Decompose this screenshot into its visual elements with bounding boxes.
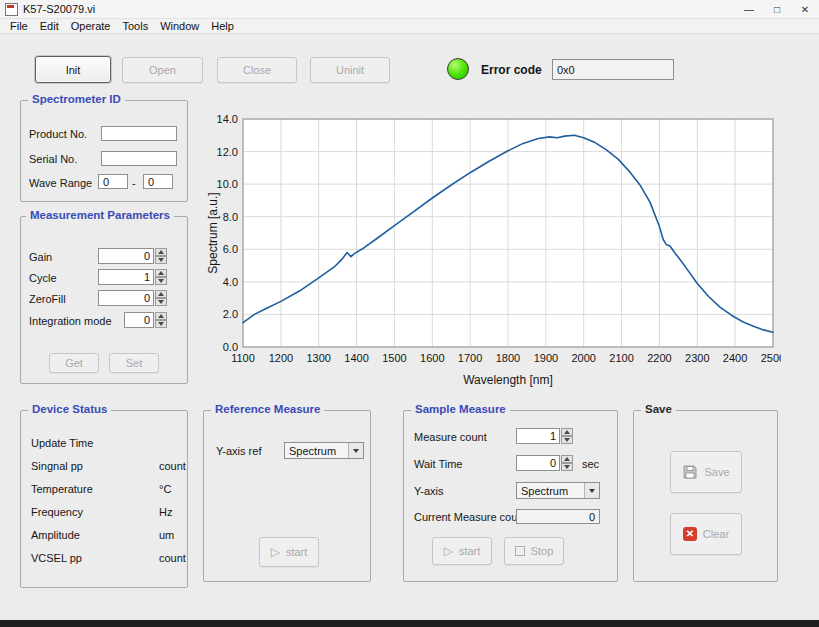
signal-pp-unit: count [159, 460, 186, 472]
set-button[interactable]: Set [109, 353, 159, 373]
gain-spinner: 0 [98, 248, 167, 264]
measure-count-label: Measure count [414, 431, 487, 443]
svg-text:1700: 1700 [458, 352, 482, 364]
increment-icon[interactable] [155, 269, 167, 277]
decrement-icon[interactable] [155, 320, 167, 328]
save-button[interactable]: Save [670, 451, 742, 493]
signal-pp-label: Singnal pp [31, 460, 83, 472]
decrement-icon[interactable] [155, 256, 167, 264]
menu-operate[interactable]: Operate [65, 20, 117, 32]
spectrometer-id-title: Spectrometer ID [28, 93, 125, 105]
wave-range-max-field[interactable]: 0 [143, 174, 173, 189]
svg-text:2000: 2000 [571, 352, 595, 364]
spinner-arrows [561, 428, 573, 444]
cycle-value[interactable]: 1 [98, 269, 154, 285]
play-icon: ▷ [444, 544, 453, 558]
svg-text:2.0: 2.0 [223, 308, 238, 320]
product-no-field[interactable] [101, 126, 177, 141]
svg-text:2100: 2100 [609, 352, 633, 364]
wait-time-label: Wait Time [414, 458, 463, 470]
wave-range-min-field[interactable]: 0 [98, 174, 128, 189]
reference-start-button[interactable]: ▷ start [259, 537, 319, 567]
spectrum-chart: 1100120013001400150016001700180019002000… [205, 103, 781, 391]
svg-text:Spectrum [a.u.]: Spectrum [a.u.] [206, 192, 220, 273]
spinner-arrows [155, 290, 167, 306]
init-button[interactable]: Init [35, 56, 111, 83]
spinner-arrows [155, 269, 167, 285]
wave-range-separator: - [132, 177, 136, 189]
gain-value[interactable]: 0 [98, 248, 154, 264]
minimize-icon[interactable]: — [735, 0, 763, 18]
error-code-field[interactable]: 0x0 [552, 59, 674, 80]
sample-start-button[interactable]: ▷ start [432, 537, 492, 565]
current-measure-count-field: 0 [516, 509, 600, 524]
svg-text:0.0: 0.0 [223, 341, 238, 353]
temperature-unit: °C [159, 483, 171, 495]
svg-text:2300: 2300 [685, 352, 709, 364]
menu-tools[interactable]: Tools [116, 20, 154, 32]
increment-icon[interactable] [155, 248, 167, 256]
clear-button[interactable]: ✕ Clear [670, 513, 742, 555]
menu-bar: File Edit Operate Tools Window Help [0, 19, 819, 34]
menu-window[interactable]: Window [154, 20, 205, 32]
sample-yaxis-dropdown[interactable]: Spectrum [516, 482, 600, 499]
yaxis-ref-label: Y-axis ref [216, 445, 261, 457]
maximize-icon[interactable]: □ [763, 0, 791, 18]
spinner-arrows [155, 248, 167, 264]
decrement-icon[interactable] [155, 298, 167, 306]
amplitude-label: Amplitude [31, 529, 80, 541]
svg-text:8.0: 8.0 [223, 211, 238, 223]
svg-text:1100: 1100 [231, 352, 255, 364]
vcsel-pp-label: VCSEL pp [31, 552, 82, 564]
save-disk-icon [682, 464, 698, 480]
menu-file[interactable]: File [4, 20, 34, 32]
chevron-down-icon[interactable] [584, 483, 599, 498]
chevron-down-icon[interactable] [348, 443, 363, 458]
svg-text:1400: 1400 [344, 352, 368, 364]
frequency-label: Frequency [31, 506, 83, 518]
device-status-group: Device Status Update Time Singnal pp cou… [20, 410, 188, 588]
svg-text:1500: 1500 [382, 352, 406, 364]
decrement-icon[interactable] [561, 436, 573, 444]
error-code-label: Error code [481, 63, 542, 77]
serial-no-field[interactable] [101, 151, 177, 166]
menu-edit[interactable]: Edit [34, 20, 65, 32]
sample-stop-button[interactable]: Stop [504, 537, 564, 565]
gain-label: Gain [29, 251, 52, 263]
menu-help[interactable]: Help [205, 20, 240, 32]
decrement-icon[interactable] [561, 463, 573, 471]
wait-time-unit: sec [582, 458, 599, 470]
svg-text:4.0: 4.0 [223, 276, 238, 288]
svg-text:10.0: 10.0 [217, 178, 238, 190]
temperature-label: Temperature [31, 483, 93, 495]
spectrometer-id-group: Spectrometer ID Product No. Serial No. W… [20, 100, 188, 202]
increment-icon[interactable] [155, 312, 167, 320]
increment-icon[interactable] [155, 290, 167, 298]
yaxis-ref-value: Spectrum [285, 445, 348, 457]
svg-text:2400: 2400 [723, 352, 747, 364]
open-button[interactable]: Open [122, 57, 203, 83]
zerofill-label: ZeroFill [29, 293, 66, 305]
svg-text:1900: 1900 [534, 352, 558, 364]
get-button[interactable]: Get [49, 353, 99, 373]
increment-icon[interactable] [561, 428, 573, 436]
measure-count-value[interactable]: 1 [516, 428, 560, 444]
zerofill-spinner: 0 [98, 290, 167, 306]
wait-time-value[interactable]: 0 [516, 455, 560, 471]
device-status-title: Device Status [28, 403, 111, 415]
yaxis-ref-dropdown[interactable]: Spectrum [284, 442, 364, 459]
decrement-icon[interactable] [155, 277, 167, 285]
sample-measure-group: Sample Measure Measure count 1 Wait Time… [403, 410, 618, 582]
cycle-spinner: 1 [98, 269, 167, 285]
zerofill-value[interactable]: 0 [98, 290, 154, 306]
integration-mode-value[interactable]: 0 [124, 312, 154, 328]
reference-start-label: start [286, 546, 307, 558]
close-button[interactable]: Close [217, 57, 297, 83]
amplitude-unit: um [159, 529, 174, 541]
svg-text:2500: 2500 [761, 352, 781, 364]
close-icon[interactable]: ✕ [791, 0, 819, 18]
svg-text:1300: 1300 [306, 352, 330, 364]
reference-measure-group: Reference Measure Y-axis ref Spectrum ▷ … [203, 410, 371, 582]
uninit-button[interactable]: Uninit [310, 57, 390, 83]
increment-icon[interactable] [561, 455, 573, 463]
